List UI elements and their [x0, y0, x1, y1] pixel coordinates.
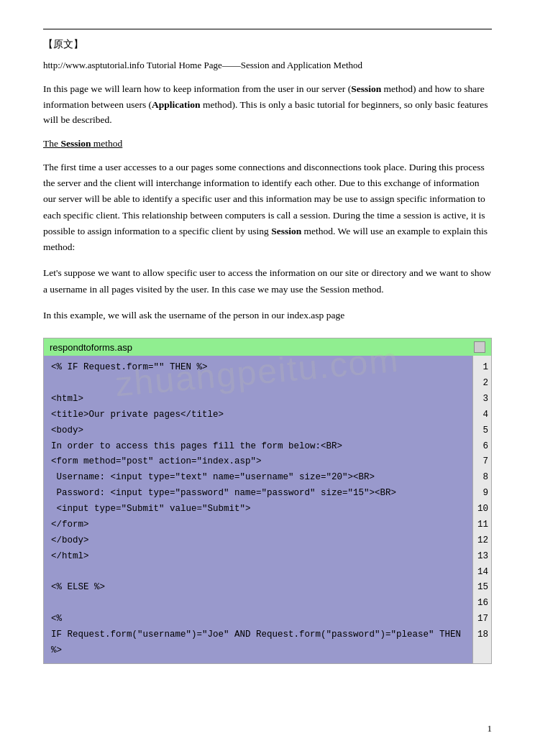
code-line: <html> — [51, 392, 465, 407]
code-line: <% IF Request.form="" THEN %> — [51, 360, 465, 376]
code-line: Password: <input type="password" name="p… — [51, 486, 465, 502]
top-divider — [43, 29, 492, 29]
code-line — [51, 596, 465, 612]
code-line: </form> — [51, 517, 465, 533]
code-line: %> — [51, 643, 465, 659]
section-heading: The Session method — [43, 138, 492, 149]
page-number: 1 — [488, 723, 493, 734]
session-bold-1: Session — [351, 83, 381, 94]
code-line — [51, 565, 465, 581]
code-section: respondtoforms.asp <% IF Request.form=""… — [43, 338, 492, 664]
code-line: IF Request.form("username")="Joe" AND Re… — [51, 627, 465, 643]
code-line: In order to access this pages fill the f… — [51, 439, 465, 455]
code-line: <form method="post" action="index.asp"> — [51, 454, 465, 470]
code-line: </html> — [51, 549, 465, 565]
code-line: <input type="Submit" value="Submit"> — [51, 502, 465, 517]
code-line: <title>Our private pages</title> — [51, 407, 465, 423]
code-body-wrapper: <% IF Request.form="" THEN %> <html> <ti… — [44, 356, 491, 663]
url-line: http://www.asptutorial.info Tutorial Hom… — [43, 60, 492, 71]
code-line-numbers: 1 2 3 4 5 6 7 8 9 10 11 12 13 14 15 16 1… — [472, 356, 491, 663]
code-line: Username: <input type="text" name="usern… — [51, 470, 465, 486]
application-bold: Application — [152, 99, 201, 110]
session-bold-2: Session — [271, 226, 301, 236]
code-line: <% — [51, 612, 465, 627]
code-content: <% IF Request.form="" THEN %> <html> <ti… — [44, 356, 472, 663]
session-bold-heading: Session — [60, 138, 91, 149]
body-paragraph-3: In this example, we will ask the usernam… — [43, 308, 492, 323]
code-header-button[interactable] — [474, 341, 485, 353]
original-label: 【原文】 — [43, 38, 492, 51]
code-filename: respondtoforms.asp — [50, 342, 132, 353]
code-line: </body> — [51, 533, 465, 549]
intro-paragraph: In this page we will learn how to keep i… — [43, 81, 492, 128]
code-line — [51, 376, 465, 392]
body-paragraph-1: The first time a user accesses to a our … — [43, 160, 492, 256]
code-line: <body> — [51, 423, 465, 439]
code-header: respondtoforms.asp — [44, 338, 491, 356]
code-line: <% ELSE %> — [51, 580, 465, 596]
body-paragraph-2: Let's suppose we want to allow specific … — [43, 265, 492, 298]
